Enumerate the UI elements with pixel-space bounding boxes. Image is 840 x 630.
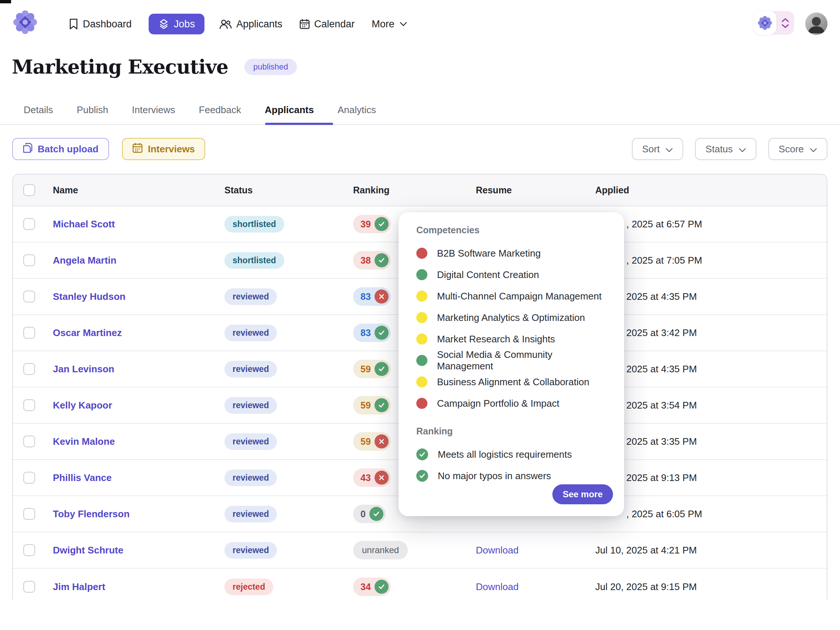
row-checkbox[interactable] [23,218,35,230]
calendar-icon [300,19,310,30]
applicant-name-link[interactable]: Dwight Schrute [53,545,123,556]
status-badge: shortlisted [224,216,284,232]
top-nav: Dashboard Jobs Applicants [0,0,840,41]
batch-upload-button[interactable]: Batch upload [12,138,109,160]
competency-item: B2B Software Marketing [416,243,606,264]
ranking-badge[interactable]: 38 [353,251,391,270]
nav-item-more[interactable]: More [371,19,407,30]
applicants-toolbar: Batch upload Interviews Sort Status Scor… [12,138,827,160]
chevron-down-icon [399,22,407,26]
chevron-down-icon [739,144,746,155]
status-badge: reviewed [224,506,277,523]
column-header-resume[interactable]: Resume [476,185,595,196]
ranking-badge[interactable]: 39 [353,215,391,233]
ranking-badge[interactable]: 34 [353,578,391,596]
ranking-badge[interactable]: 0 [353,505,385,523]
applicant-name-link[interactable]: Oscar Martinez [53,327,122,338]
select-all-checkbox[interactable] [23,184,35,196]
tab-publish[interactable]: Publish [77,104,108,116]
layers-icon [158,19,169,30]
applicant-name-link[interactable]: Phillis Vance [53,472,112,483]
applicant-name-link[interactable]: Kevin Malone [53,436,115,447]
row-checkbox[interactable] [23,363,35,375]
see-more-button[interactable]: See more [553,484,613,504]
status-badge: reviewed [224,542,277,559]
ranking-result-icon [374,362,388,376]
ranking-result-icon [369,507,384,521]
ranking-check-label: Meets all logistics requirements [438,449,572,460]
tab-details[interactable]: Details [24,104,53,116]
ranking-checklist: Meets all logistics requirementsNo major… [416,444,606,486]
competency-label: Business Alignment & Collaboration [437,376,589,388]
resume-download-link[interactable]: Download [476,545,519,556]
batch-upload-label: Batch upload [38,144,99,155]
ranking-badge[interactable]: 59 [353,360,391,378]
tab-applicants[interactable]: Applicants [265,104,314,116]
competencies-list: B2B Software MarketingDigital Content Cr… [416,243,606,414]
row-checkbox[interactable] [23,254,35,266]
user-avatar[interactable] [805,13,827,35]
ranking-heading: Ranking [416,425,606,438]
ranking-badge[interactable]: 83 [353,324,391,342]
status-dropdown[interactable]: Status [695,138,756,160]
status-badge: reviewed [224,325,277,341]
competency-item: Business Alignment & Collaboration [416,371,606,393]
nav-item-calendar[interactable]: Calendar [300,19,355,30]
nav-item-jobs[interactable]: Jobs [148,14,204,35]
row-checkbox[interactable] [23,544,35,556]
applicant-name-link[interactable]: Toby Flenderson [53,508,130,519]
competencies-heading: Competencies [416,223,606,237]
row-checkbox[interactable] [23,472,35,483]
ranking-check-label: No major typos in answers [438,470,551,482]
competency-item: Multi-Channel Campaign Management [416,286,606,307]
column-header-applied[interactable]: Applied [595,185,827,196]
people-icon [219,19,232,30]
bookmark-icon [69,19,78,30]
competency-level-dot [416,269,427,280]
applicant-name-link[interactable]: Jim Halpert [53,581,105,592]
ranking-value: 34 [360,581,371,592]
ranking-badge[interactable]: 59 [353,396,391,414]
row-checkbox[interactable] [23,581,35,593]
applicant-name-link[interactable]: Angela Martin [53,255,117,266]
nav-label: Dashboard [83,19,132,30]
row-checkbox[interactable] [23,508,35,520]
tab-interviews[interactable]: Interviews [132,104,175,116]
row-checkbox[interactable] [23,399,35,411]
ranking-badge[interactable]: unranked [353,541,408,559]
tab-feedback[interactable]: Feedback [199,104,241,116]
sort-dropdown[interactable]: Sort [632,138,684,160]
applied-date: Jul 10, 2025 at 4:21 PM [595,545,697,556]
page-title: Marketing Executive [12,55,228,78]
workspace-flower-icon [753,11,777,35]
column-header-ranking[interactable]: Ranking [353,185,476,196]
column-header-status[interactable]: Status [224,185,353,196]
competency-level-dot [416,312,427,323]
interviews-button[interactable]: Interviews [122,138,205,160]
resume-download-link[interactable]: Download [476,581,519,592]
workspace-switcher[interactable] [753,11,794,35]
competency-level-dot [416,291,427,302]
ranking-badge[interactable]: 83 [353,287,391,306]
row-checkbox[interactable] [23,291,35,302]
nav-item-dashboard[interactable]: Dashboard [69,19,132,30]
column-header-name[interactable]: Name [53,185,224,196]
nav-item-applicants[interactable]: Applicants [219,19,283,30]
app-logo-flower-icon[interactable] [13,10,37,34]
applicant-name-link[interactable]: Michael Scott [53,218,115,230]
check-circle-icon [416,448,428,460]
row-checkbox[interactable] [23,327,35,339]
row-checkbox[interactable] [23,436,35,447]
applicant-name-link[interactable]: Stanley Hudson [53,291,125,302]
score-dropdown[interactable]: Score [768,138,827,160]
ranking-badge[interactable]: 59 [353,432,391,451]
competency-label: Market Research & Insights [437,333,555,345]
chevron-down-icon [665,144,673,155]
tab-analytics[interactable]: Analytics [338,104,376,116]
competency-level-dot [416,355,427,366]
competency-label: Multi-Channel Campaign Management [437,291,602,302]
active-tab-underline [265,123,333,125]
applicant-name-link[interactable]: Kelly Kapoor [53,399,112,411]
applicant-name-link[interactable]: Jan Levinson [53,363,114,374]
ranking-badge[interactable]: 43 [353,469,391,487]
